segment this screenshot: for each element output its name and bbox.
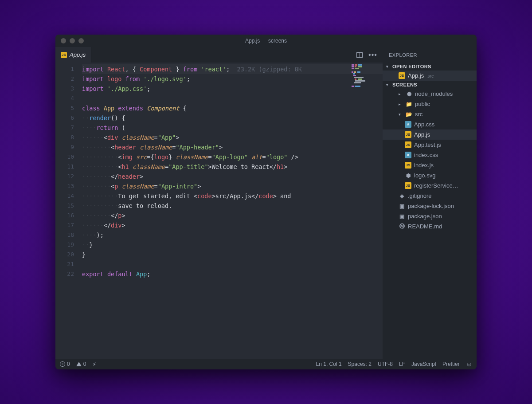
project-section[interactable]: ▾ SCREENS <box>383 81 477 89</box>
line-number: 2 <box>55 74 82 84</box>
tree-item-label: public <box>415 101 430 107</box>
encoding[interactable]: UTF-8 <box>378 361 393 367</box>
tree-item--gitignore[interactable]: ◈.gitignore <box>383 191 477 201</box>
bolt-icon: ⚡︎ <box>92 361 96 368</box>
js-file-icon: JS <box>405 131 411 138</box>
chevron-down-icon: ▾ <box>386 64 391 69</box>
titlebar: App.js — screens <box>55 35 477 47</box>
line-number: 3 <box>55 84 82 94</box>
js-file-icon: JS <box>61 52 67 58</box>
editor-column: JS App.js ••• 12345678910111213141516171… <box>55 47 383 359</box>
tree-item-app-test-js[interactable]: JSApp.test.js <box>383 140 477 150</box>
folder-file-icon: 📂 <box>406 111 412 118</box>
chevron-icon: ▸ <box>399 102 403 106</box>
line-number: 14 <box>55 191 82 201</box>
code-content[interactable]: import React, { Component } from 'react'… <box>82 63 383 359</box>
line-number: 13 <box>55 181 82 191</box>
tree-item-label: registerService… <box>414 182 458 189</box>
json-file-icon: ▣ <box>399 203 405 209</box>
tree-item-app-js[interactable]: JSApp.js <box>383 129 477 140</box>
line-number: 7 <box>55 123 82 133</box>
minimize-window-button[interactable] <box>70 38 75 43</box>
warning-count: 0 <box>83 361 86 367</box>
eol[interactable]: LF <box>399 361 405 367</box>
project-label: SCREENS <box>392 82 417 87</box>
line-number: 16 <box>55 211 82 220</box>
tree-item-label: index.js <box>414 162 434 169</box>
open-editors-label: OPEN EDITORS <box>392 64 431 69</box>
tab-app-js[interactable]: JS App.js <box>55 47 91 63</box>
problems-errors[interactable]: × 0 <box>60 361 70 367</box>
md-file-icon: Ⓜ <box>399 223 405 230</box>
more-actions-button[interactable]: ••• <box>369 51 376 59</box>
ellipsis-icon: ••• <box>368 53 377 57</box>
file-tree: ▸⬢node_modules▸📁public▾📂src#App.cssJSApp… <box>383 89 477 231</box>
line-number: 11 <box>55 162 82 172</box>
explorer-sidebar: EXPLORER ▾ OPEN EDITORS JS App.js src ▾ … <box>383 47 477 359</box>
js-file-icon: JS <box>399 72 405 79</box>
problems-warnings[interactable]: 0 <box>76 361 86 367</box>
tree-item-index-js[interactable]: JSindex.js <box>383 160 477 170</box>
open-editor-item[interactable]: JS App.js src <box>383 71 477 81</box>
json-file-icon: ▣ <box>399 213 405 220</box>
tree-item-label: App.test.js <box>414 141 441 148</box>
open-editors-section[interactable]: ▾ OPEN EDITORS <box>383 63 477 71</box>
line-number: 18 <box>55 230 82 240</box>
warning-icon <box>76 362 82 366</box>
line-number: 8 <box>55 133 82 142</box>
minimap[interactable] <box>352 63 383 89</box>
tree-item-node-modules[interactable]: ▸⬢node_modules <box>383 89 477 99</box>
language-mode[interactable]: JavaScript <box>411 361 436 367</box>
tree-item-label: logo.svg <box>414 172 435 179</box>
js-file-icon: JS <box>405 162 411 169</box>
split-editor-button[interactable] <box>356 51 363 59</box>
tab-label: App.js <box>70 51 86 58</box>
tree-item-label: package.json <box>408 213 442 220</box>
tree-item-label: node_modules <box>415 90 453 97</box>
line-number: 22 <box>55 269 82 279</box>
tree-item-label: App.js <box>414 131 430 138</box>
smiley-icon: ☺ <box>466 361 472 368</box>
tree-item-logo-svg[interactable]: ⬢logo.svg <box>383 170 477 180</box>
live-server[interactable]: ⚡︎ <box>92 361 96 368</box>
folder-file-icon: 📁 <box>406 101 412 107</box>
cursor-position[interactable]: Ln 1, Col 1 <box>316 361 342 367</box>
error-icon: × <box>60 361 65 367</box>
svg-file-icon: ⬢ <box>405 172 411 179</box>
line-number: 10 <box>55 152 82 162</box>
tree-item-label: App.css <box>414 121 434 128</box>
css-file-icon: # <box>405 152 411 158</box>
tree-item-registerservice-[interactable]: JSregisterService… <box>383 180 477 191</box>
tree-item-app-css[interactable]: #App.css <box>383 119 477 129</box>
close-window-button[interactable] <box>61 38 66 43</box>
chevron-down-icon: ▾ <box>386 82 391 87</box>
chevron-icon: ▾ <box>399 112 403 117</box>
formatter[interactable]: Prettier <box>442 361 460 367</box>
window-title: App.js — screens <box>55 38 477 44</box>
tree-item-package-lock-json[interactable]: ▣package-lock.json <box>383 201 477 211</box>
tree-item-label: README.md <box>408 223 442 230</box>
js-file-icon: JS <box>405 182 411 189</box>
tree-item-src[interactable]: ▾📂src <box>383 109 477 119</box>
chevron-icon: ▸ <box>399 92 403 96</box>
tree-item-package-json[interactable]: ▣package.json <box>383 211 477 221</box>
tree-item-label: index.css <box>414 152 438 158</box>
git-file-icon: ◈ <box>399 192 405 199</box>
feedback[interactable]: ☺ <box>466 361 472 368</box>
split-icon <box>356 52 363 58</box>
tree-item-readme-md[interactable]: ⓂREADME.md <box>383 221 477 231</box>
line-number: 21 <box>55 259 82 269</box>
open-editor-path: src <box>427 73 434 78</box>
tree-item-index-css[interactable]: #index.css <box>383 150 477 160</box>
line-number: 19 <box>55 240 82 250</box>
tree-item-public[interactable]: ▸📁public <box>383 99 477 109</box>
indentation[interactable]: Spaces: 2 <box>348 361 372 367</box>
editor-window: App.js — screens JS App.js ••• <box>55 35 477 369</box>
line-number: 6 <box>55 113 82 123</box>
tree-item-label: .gitignore <box>408 192 431 199</box>
open-editor-filename: App.js <box>408 72 424 79</box>
line-number: 5 <box>55 103 82 113</box>
zoom-window-button[interactable] <box>78 38 84 43</box>
line-number: 4 <box>55 94 82 103</box>
editor-area[interactable]: 12345678910111213141516171819202122 impo… <box>55 63 383 359</box>
